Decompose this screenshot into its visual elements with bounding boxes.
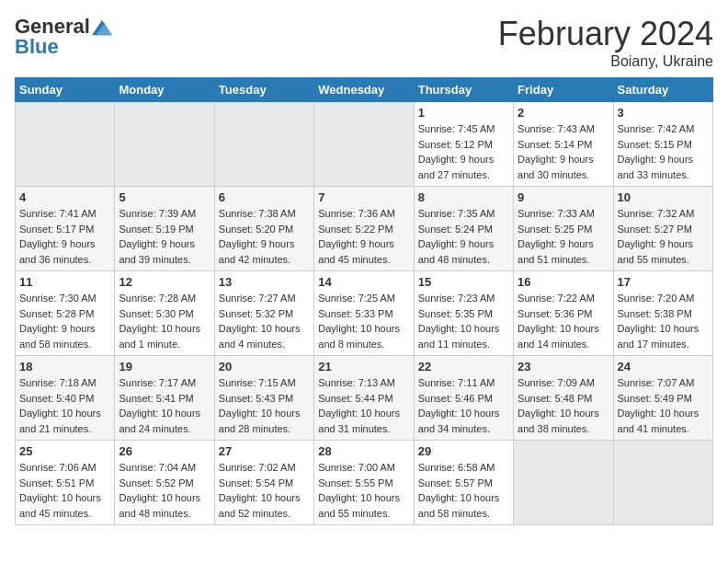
calendar-week-row: 4Sunrise: 7:41 AMSunset: 5:17 PMDaylight…	[16, 187, 713, 271]
day-number: 4	[19, 190, 110, 204]
calendar-cell: 3Sunrise: 7:42 AMSunset: 5:15 PMDaylight…	[613, 102, 712, 187]
day-number: 7	[318, 190, 409, 204]
calendar-cell: 23Sunrise: 7:09 AMSunset: 5:48 PMDayligh…	[514, 356, 613, 441]
calendar-cell: 5Sunrise: 7:39 AMSunset: 5:19 PMDaylight…	[115, 187, 214, 271]
calendar-cell	[115, 102, 214, 187]
logo-icon	[92, 17, 112, 38]
calendar-week-row: 1Sunrise: 7:45 AMSunset: 5:12 PMDaylight…	[16, 102, 713, 187]
calendar-cell: 29Sunrise: 6:58 AMSunset: 5:57 PMDayligh…	[414, 441, 513, 525]
weekday-header-wednesday: Wednesday	[314, 78, 414, 102]
calendar-cell: 16Sunrise: 7:22 AMSunset: 5:36 PMDayligh…	[514, 271, 613, 356]
calendar-cell: 25Sunrise: 7:06 AMSunset: 5:51 PMDayligh…	[16, 441, 115, 525]
day-number: 26	[119, 444, 210, 458]
day-number: 25	[19, 444, 110, 458]
page-header: General Blue February 2024 Boiany, Ukrai…	[15, 15, 713, 70]
calendar-cell: 1Sunrise: 7:45 AMSunset: 5:12 PMDaylight…	[414, 102, 513, 187]
calendar-cell: 24Sunrise: 7:07 AMSunset: 5:49 PMDayligh…	[613, 356, 712, 441]
day-info: Sunrise: 7:38 AMSunset: 5:20 PMDaylight:…	[219, 206, 310, 267]
calendar-cell: 26Sunrise: 7:04 AMSunset: 5:52 PMDayligh…	[115, 441, 214, 525]
day-info: Sunrise: 7:17 AMSunset: 5:41 PMDaylight:…	[119, 375, 210, 436]
day-info: Sunrise: 7:06 AMSunset: 5:51 PMDaylight:…	[19, 460, 110, 521]
calendar-week-row: 11Sunrise: 7:30 AMSunset: 5:28 PMDayligh…	[16, 271, 713, 356]
calendar-cell	[16, 102, 115, 187]
day-number: 27	[219, 444, 310, 458]
day-info: Sunrise: 7:36 AMSunset: 5:22 PMDaylight:…	[318, 206, 409, 267]
day-number: 2	[518, 106, 609, 120]
day-info: Sunrise: 7:25 AMSunset: 5:33 PMDaylight:…	[318, 291, 409, 351]
calendar-cell	[514, 441, 613, 525]
day-number: 21	[318, 360, 409, 373]
day-info: Sunrise: 7:41 AMSunset: 5:17 PMDaylight:…	[19, 206, 110, 267]
calendar-cell: 21Sunrise: 7:13 AMSunset: 5:44 PMDayligh…	[314, 356, 414, 441]
calendar-cell: 15Sunrise: 7:23 AMSunset: 5:35 PMDayligh…	[414, 271, 513, 356]
day-info: Sunrise: 7:13 AMSunset: 5:44 PMDaylight:…	[318, 375, 409, 436]
calendar-cell: 9Sunrise: 7:33 AMSunset: 5:25 PMDaylight…	[514, 187, 613, 271]
day-info: Sunrise: 6:58 AMSunset: 5:57 PMDaylight:…	[418, 460, 509, 521]
calendar-week-row: 25Sunrise: 7:06 AMSunset: 5:51 PMDayligh…	[16, 441, 713, 525]
day-number: 12	[119, 275, 210, 289]
calendar-cell	[613, 441, 712, 525]
day-info: Sunrise: 7:09 AMSunset: 5:48 PMDaylight:…	[518, 375, 609, 436]
calendar-cell	[314, 102, 414, 187]
day-number: 3	[618, 106, 709, 120]
day-number: 22	[418, 360, 509, 373]
calendar-cell: 19Sunrise: 7:17 AMSunset: 5:41 PMDayligh…	[115, 356, 214, 441]
day-number: 23	[518, 360, 609, 373]
calendar-cell: 12Sunrise: 7:28 AMSunset: 5:30 PMDayligh…	[115, 271, 214, 356]
day-info: Sunrise: 7:07 AMSunset: 5:49 PMDaylight:…	[618, 375, 709, 436]
calendar-cell: 27Sunrise: 7:02 AMSunset: 5:54 PMDayligh…	[214, 441, 313, 525]
weekday-header-monday: Monday	[115, 78, 214, 102]
day-info: Sunrise: 7:35 AMSunset: 5:24 PMDaylight:…	[418, 206, 509, 267]
calendar-table: SundayMondayTuesdayWednesdayThursdayFrid…	[15, 77, 713, 525]
calendar-cell: 13Sunrise: 7:27 AMSunset: 5:32 PMDayligh…	[214, 271, 313, 356]
day-number: 9	[518, 190, 609, 204]
calendar-subtitle: Boiany, Ukraine	[498, 53, 713, 70]
day-number: 1	[418, 106, 509, 120]
day-number: 6	[219, 190, 310, 204]
day-info: Sunrise: 7:02 AMSunset: 5:54 PMDaylight:…	[219, 460, 310, 521]
day-number: 20	[219, 360, 310, 373]
weekday-header-friday: Friday	[514, 78, 613, 102]
calendar-cell: 20Sunrise: 7:15 AMSunset: 5:43 PMDayligh…	[214, 356, 313, 441]
calendar-title: February 2024	[498, 15, 713, 53]
calendar-cell: 14Sunrise: 7:25 AMSunset: 5:33 PMDayligh…	[314, 271, 414, 356]
calendar-cell: 22Sunrise: 7:11 AMSunset: 5:46 PMDayligh…	[414, 356, 513, 441]
day-info: Sunrise: 7:00 AMSunset: 5:55 PMDaylight:…	[318, 460, 409, 521]
weekday-header-sunday: Sunday	[16, 78, 115, 102]
day-info: Sunrise: 7:04 AMSunset: 5:52 PMDaylight:…	[119, 460, 210, 521]
day-info: Sunrise: 7:23 AMSunset: 5:35 PMDaylight:…	[418, 291, 509, 351]
calendar-cell: 4Sunrise: 7:41 AMSunset: 5:17 PMDaylight…	[16, 187, 115, 271]
day-number: 16	[518, 275, 609, 289]
day-info: Sunrise: 7:18 AMSunset: 5:40 PMDaylight:…	[19, 375, 110, 436]
calendar-cell: 28Sunrise: 7:00 AMSunset: 5:55 PMDayligh…	[314, 441, 414, 525]
day-number: 14	[318, 275, 409, 289]
calendar-week-row: 18Sunrise: 7:18 AMSunset: 5:40 PMDayligh…	[16, 356, 713, 441]
calendar-cell: 2Sunrise: 7:43 AMSunset: 5:14 PMDaylight…	[514, 102, 613, 187]
day-info: Sunrise: 7:42 AMSunset: 5:15 PMDaylight:…	[618, 121, 709, 182]
day-number: 17	[618, 275, 709, 289]
day-info: Sunrise: 7:22 AMSunset: 5:36 PMDaylight:…	[518, 291, 609, 351]
title-block: February 2024 Boiany, Ukraine	[498, 15, 713, 70]
day-info: Sunrise: 7:28 AMSunset: 5:30 PMDaylight:…	[119, 291, 210, 351]
day-info: Sunrise: 7:30 AMSunset: 5:28 PMDaylight:…	[19, 291, 110, 351]
day-info: Sunrise: 7:32 AMSunset: 5:27 PMDaylight:…	[618, 206, 709, 267]
logo: General Blue	[15, 15, 112, 59]
weekday-header-row: SundayMondayTuesdayWednesdayThursdayFrid…	[16, 78, 713, 102]
day-number: 13	[219, 275, 310, 289]
calendar-cell: 6Sunrise: 7:38 AMSunset: 5:20 PMDaylight…	[214, 187, 313, 271]
calendar-cell: 8Sunrise: 7:35 AMSunset: 5:24 PMDaylight…	[414, 187, 513, 271]
day-number: 29	[418, 444, 509, 458]
day-info: Sunrise: 7:33 AMSunset: 5:25 PMDaylight:…	[518, 206, 609, 267]
day-info: Sunrise: 7:20 AMSunset: 5:38 PMDaylight:…	[618, 291, 709, 351]
day-info: Sunrise: 7:45 AMSunset: 5:12 PMDaylight:…	[418, 121, 509, 182]
day-info: Sunrise: 7:11 AMSunset: 5:46 PMDaylight:…	[418, 375, 509, 436]
day-info: Sunrise: 7:39 AMSunset: 5:19 PMDaylight:…	[119, 206, 210, 267]
day-number: 10	[618, 190, 709, 204]
day-info: Sunrise: 7:15 AMSunset: 5:43 PMDaylight:…	[219, 375, 310, 436]
calendar-cell: 18Sunrise: 7:18 AMSunset: 5:40 PMDayligh…	[16, 356, 115, 441]
weekday-header-thursday: Thursday	[414, 78, 513, 102]
day-number: 11	[19, 275, 110, 289]
day-info: Sunrise: 7:27 AMSunset: 5:32 PMDaylight:…	[219, 291, 310, 351]
calendar-cell: 7Sunrise: 7:36 AMSunset: 5:22 PMDaylight…	[314, 187, 414, 271]
day-number: 24	[618, 360, 709, 373]
